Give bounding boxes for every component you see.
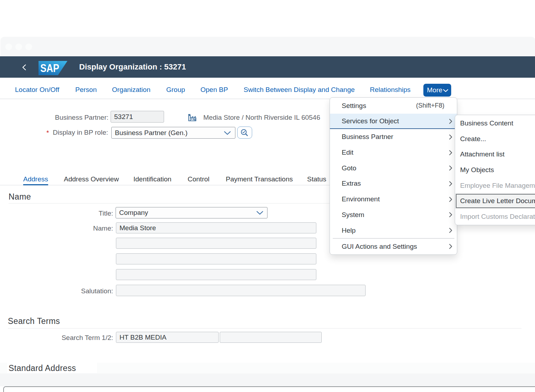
svg-text:SAP: SAP [40,62,59,74]
